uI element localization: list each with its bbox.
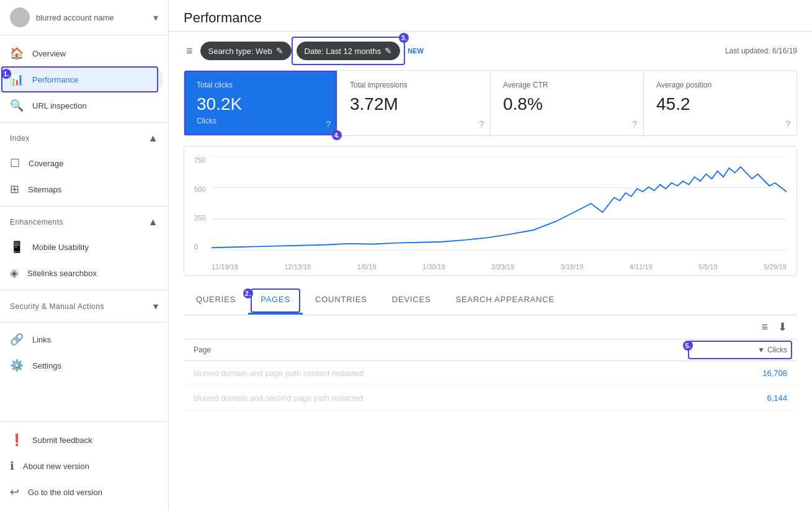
row-clicks-1: 16,708	[725, 369, 787, 378]
sidebar-item-go-to-old-version[interactable]: ↩ Go to the old version	[0, 479, 163, 505]
index-section-header[interactable]: Index ▲	[0, 127, 168, 150]
chart-area: 750 500 250 0 11/19/18 12/13/18	[184, 146, 797, 276]
sort-down-icon: ▼	[757, 346, 765, 354]
sidebar-label-settings: Settings	[32, 361, 61, 370]
table-download-button[interactable]: ⬇	[778, 320, 787, 334]
col-label-clicks: Clicks	[767, 346, 787, 354]
y-label-500: 500	[194, 186, 205, 193]
y-label-250: 250	[194, 214, 205, 221]
y-label-0: 0	[194, 243, 205, 251]
chevron-up-icon: ▲	[148, 133, 158, 144]
sidebar-label-submit-feedback: Submit feedback	[32, 436, 92, 445]
searchbox-icon: ◈	[10, 266, 19, 280]
tab-label-devices: DEVICES	[392, 295, 431, 304]
tab-pages[interactable]: 2. PAGES	[248, 286, 303, 315]
sidebar-item-overview[interactable]: 🏠 Overview	[0, 40, 163, 66]
tab-label-search-appearance: SEARCH APPEARANCE	[455, 295, 555, 304]
metric-card-impressions[interactable]: Total impressions 3.72M ?	[337, 71, 491, 135]
x-label-3: 1/6/19	[357, 263, 377, 271]
sidebar-item-url-inspection[interactable]: 🔍 URL inspection	[0, 92, 163, 119]
divider-1	[0, 122, 168, 123]
sidebar-item-about-new-version[interactable]: ℹ About new version	[0, 453, 163, 479]
metric-value-ctr: 0.8%	[503, 94, 631, 114]
tab-queries[interactable]: QUERIES	[184, 286, 248, 315]
sidebar-label-coverage: Coverage	[29, 159, 63, 168]
sidebar-item-submit-feedback[interactable]: ❗ Submit feedback	[0, 427, 163, 453]
sidebar-header: blurred account name ▾	[0, 0, 168, 35]
annotation-number-3: 3.	[399, 33, 409, 43]
index-section-label: Index	[10, 134, 30, 143]
edit-icon: ✎	[276, 46, 283, 56]
search-icon: 🔍	[10, 99, 24, 112]
date-chip[interactable]: Date: Last 12 months ✎	[297, 42, 401, 60]
tab-search-appearance[interactable]: SEARCH APPEARANCE	[443, 286, 567, 315]
annotation-number-2: 2.	[243, 289, 253, 298]
mobile-icon: 📱	[10, 240, 24, 254]
sidebar-label-about-new-version: About new version	[23, 462, 89, 471]
row-page-2: blurred domain and second page path reda…	[194, 393, 725, 403]
row-clicks-2: 6,144	[725, 393, 787, 403]
table-row: blurred domain and page path content red…	[184, 361, 797, 386]
metric-label-impressions: Total impressions	[350, 81, 478, 89]
x-label-1: 11/19/18	[212, 263, 238, 271]
table-filter-button[interactable]: ≡	[761, 320, 768, 334]
chart-svg	[212, 156, 787, 251]
sidebar-item-sitemaps[interactable]: ⊞ Sitemaps	[0, 176, 163, 202]
col-header-page: Page	[194, 346, 725, 354]
metric-value-impressions: 3.72M	[350, 94, 478, 114]
sidebar-item-performance[interactable]: 1. 📊 Performance	[0, 66, 163, 92]
y-label-750: 750	[194, 156, 205, 164]
sidebar-label-mobile-usability: Mobile Usability	[32, 243, 89, 252]
metric-card-position[interactable]: Average position 45.2 ?	[644, 71, 796, 135]
sidebar-item-sitelinks-searchbox[interactable]: ◈ Sitelinks searchbox	[0, 260, 163, 286]
date-label: Date: Last 12 months	[305, 47, 381, 56]
table-row: blurred domain and second page path reda…	[184, 386, 797, 411]
metric-card-ctr[interactable]: Average CTR 0.8% ?	[491, 71, 644, 135]
x-label-6: 3/18/19	[561, 263, 584, 271]
help-icon-clicks: ?	[326, 119, 331, 129]
sidebar-item-settings[interactable]: ⚙️ Settings	[0, 352, 163, 378]
feedback-icon: ❗	[10, 433, 24, 447]
tab-devices[interactable]: DEVICES	[380, 286, 444, 315]
sidebar-label-url-inspection: URL inspection	[32, 101, 87, 110]
chart-icon: 📊	[10, 73, 24, 86]
sidebar-footer: ❗ Submit feedback ℹ About new version ↩ …	[0, 421, 168, 510]
x-label-2: 12/13/18	[284, 263, 311, 271]
help-icon-position: ?	[785, 119, 790, 129]
search-type-label: Search type: Web	[208, 47, 272, 56]
annotation-number-5: 5.	[683, 341, 693, 351]
page-title: Performance	[184, 10, 262, 26]
metric-card-clicks[interactable]: 4. Total clicks 30.2K ? Clicks	[184, 71, 337, 135]
sidebar: blurred account name ▾ 🏠 Overview 1. 📊 P…	[0, 0, 169, 510]
info-icon: ℹ	[10, 459, 14, 473]
table-header-row: Page 5. ▼ Clicks	[184, 339, 797, 361]
chart-svg-container	[212, 156, 787, 251]
account-name: blurred account name	[36, 13, 147, 22]
links-icon: 🔗	[10, 333, 24, 346]
metric-sub-clicks: Clicks	[197, 117, 324, 125]
sidebar-item-links[interactable]: 🔗 Links	[0, 326, 163, 352]
x-label-7: 4/11/19	[630, 263, 653, 271]
tab-label-countries: COUNTRIES	[315, 295, 367, 304]
help-icon-ctr: ?	[632, 119, 637, 129]
sidebar-label-overview: Overview	[32, 49, 66, 58]
sidebar-label-sitelinks: Sitelinks searchbox	[27, 269, 97, 278]
col-header-clicks: 5. ▼ Clicks	[725, 346, 787, 354]
sidebar-item-coverage[interactable]: ☐ Coverage	[0, 150, 163, 176]
avatar	[10, 7, 30, 27]
coverage-icon: ☐	[10, 156, 20, 170]
x-label-4: 1/30/19	[422, 263, 445, 271]
divider-2	[0, 206, 168, 207]
security-section-header[interactable]: Security & Manual Actions ▾	[0, 294, 168, 318]
search-type-chip[interactable]: Search type: Web ✎	[200, 42, 292, 60]
date-chip-wrapper: 3. Date: Last 12 months ✎	[297, 42, 401, 60]
tab-countries[interactable]: COUNTRIES	[303, 286, 380, 315]
sidebar-label-go-to-old-version: Go to the old version	[28, 488, 102, 497]
filter-button[interactable]: ≡	[184, 42, 195, 60]
enhancements-section-header[interactable]: Enhancements ▲	[0, 210, 168, 234]
last-updated: Last updated: 6/16/19	[725, 47, 797, 55]
x-label-9: 5/29/19	[764, 263, 787, 271]
sidebar-item-mobile-usability[interactable]: 📱 Mobile Usability	[0, 234, 163, 260]
account-dropdown-icon[interactable]: ▾	[153, 12, 158, 24]
chevron-down-icon: ▾	[153, 300, 159, 312]
